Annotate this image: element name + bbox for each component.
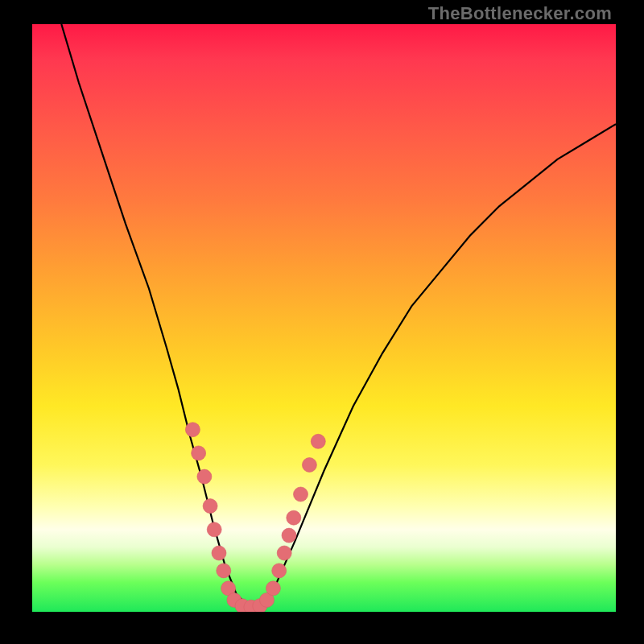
plot-area [32, 24, 616, 612]
curve-group [61, 24, 616, 606]
chart-frame: TheBottlenecker.com [0, 0, 644, 644]
watermark-text: TheBottlenecker.com [428, 3, 612, 24]
marker-dot [207, 522, 221, 537]
marker-dot [197, 469, 212, 484]
marker-dot [302, 458, 316, 473]
marker-dot [287, 510, 301, 525]
marker-dot [212, 546, 226, 560]
chart-svg [32, 24, 616, 612]
marker-dot [277, 546, 291, 560]
marker-dot [203, 499, 217, 514]
marker-dot [192, 446, 206, 460]
marker-dot [282, 528, 296, 543]
marker-dot [185, 423, 200, 437]
marker-dot [294, 487, 308, 502]
marker-dot [266, 581, 280, 596]
bottleneck-curve [61, 24, 616, 606]
marker-dot [311, 434, 325, 448]
marker-dot [272, 564, 287, 578]
marker-dot [217, 564, 231, 578]
